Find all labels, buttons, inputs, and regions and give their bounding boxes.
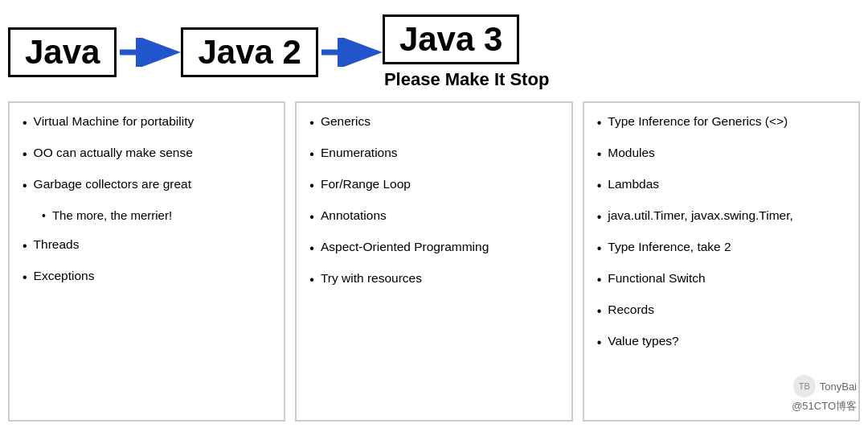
list-item: • Generics	[309, 113, 558, 133]
please-stop-label: Please Make It Stop	[383, 69, 549, 90]
list-item: • Functional Switch	[597, 270, 845, 290]
header-row: Java Java 2	[0, 0, 868, 98]
watermark-handle: @51CTO博客	[792, 399, 857, 414]
list-item: • Type Inference, take 2	[597, 238, 845, 258]
java2-header-section: Java 2	[181, 27, 317, 77]
java-title: Java	[8, 27, 117, 77]
watermark-logo: TB TonyBai	[793, 375, 857, 397]
java3-column: • Type Inference for Generics (<>) • Mod…	[583, 101, 860, 422]
arrow-2	[318, 38, 383, 67]
list-item: • Modules	[597, 144, 845, 164]
bullet-icon: •	[309, 145, 314, 164]
item-text: Generics	[321, 113, 371, 130]
bullet-icon: •	[597, 270, 602, 290]
bullet-icon: •	[597, 176, 602, 195]
bullet-icon: •	[597, 333, 602, 352]
list-item: • Aspect-Oriented Programming	[309, 238, 558, 258]
bullet-icon: •	[23, 268, 27, 287]
bullet-icon: •	[597, 113, 602, 133]
arrow-1	[117, 38, 181, 67]
item-text: Type Inference for Generics (<>)	[608, 113, 788, 130]
watermark-brand: TonyBai	[820, 381, 857, 393]
page: Java Java 2	[0, 0, 868, 428]
item-text: Functional Switch	[608, 270, 705, 287]
java2-column: • Generics • Enumerations • For/Range Lo…	[295, 101, 572, 422]
watermark: TB TonyBai @51CTO博客	[792, 375, 857, 414]
list-item: • Annotations	[309, 207, 558, 227]
java3-title: Java 3	[383, 14, 519, 64]
bullet-icon: •	[309, 239, 314, 258]
item-text: Value types?	[608, 332, 678, 350]
logo-icon: TB	[793, 375, 816, 397]
bullet-icon: •	[309, 113, 314, 133]
bullet-icon: •	[597, 145, 602, 164]
list-item: • Value types?	[597, 332, 845, 352]
item-text: Records	[608, 301, 654, 319]
item-text: Type Inference, take 2	[608, 238, 731, 256]
item-text: Exceptions	[34, 267, 95, 285]
item-text: The more, the merrier!	[52, 207, 172, 224]
list-item: • Threads	[23, 236, 271, 256]
list-item: • Enumerations	[309, 144, 558, 164]
item-text: Virtual Machine for portability	[34, 113, 194, 130]
bullet-icon: •	[597, 302, 602, 321]
bullet-icon: •	[309, 176, 314, 195]
item-text: Lambdas	[608, 175, 659, 193]
java-column: • Virtual Machine for portability • OO c…	[8, 101, 285, 422]
item-text: Threads	[34, 236, 80, 253]
item-text: Annotations	[321, 207, 387, 224]
list-item: • Virtual Machine for portability	[23, 113, 271, 133]
content-row: • Virtual Machine for portability • OO c…	[0, 98, 868, 428]
bullet-icon: •	[597, 239, 602, 258]
list-item: • Type Inference for Generics (<>)	[597, 113, 845, 133]
list-item: • java.util.Timer, javax.swing.Timer,	[597, 207, 845, 227]
item-text: OO can actually make sense	[34, 144, 193, 162]
bullet-icon: •	[597, 208, 602, 227]
bullet-icon: •	[309, 270, 314, 290]
bullet-icon: •	[42, 208, 46, 224]
list-item: • Exceptions	[23, 267, 271, 287]
bullet-icon: •	[23, 113, 27, 133]
bullet-icon: •	[309, 208, 314, 227]
item-text: java.util.Timer, javax.swing.Timer,	[608, 207, 793, 224]
bullet-icon: •	[23, 145, 27, 164]
list-item-sub: • The more, the merrier!	[42, 207, 271, 224]
list-item: • For/Range Loop	[309, 175, 558, 195]
list-item: • Records	[597, 301, 845, 321]
item-text: Enumerations	[321, 144, 398, 162]
list-item: • OO can actually make sense	[23, 144, 271, 164]
item-text: Garbage collectors are great	[34, 175, 191, 193]
java2-title: Java 2	[181, 27, 317, 77]
java3-header-section: Java 3 Please Make It Stop	[383, 14, 860, 90]
item-text: For/Range Loop	[321, 175, 411, 193]
item-text: Try with resources	[321, 270, 422, 287]
item-text: Aspect-Oriented Programming	[321, 238, 489, 256]
java-header-section: Java	[8, 27, 117, 77]
item-text: Modules	[608, 144, 655, 162]
bullet-icon: •	[23, 176, 27, 195]
list-item: • Lambdas	[597, 175, 845, 195]
list-item: • Garbage collectors are great	[23, 175, 271, 195]
list-item: • Try with resources	[309, 270, 558, 290]
bullet-icon: •	[23, 237, 27, 256]
